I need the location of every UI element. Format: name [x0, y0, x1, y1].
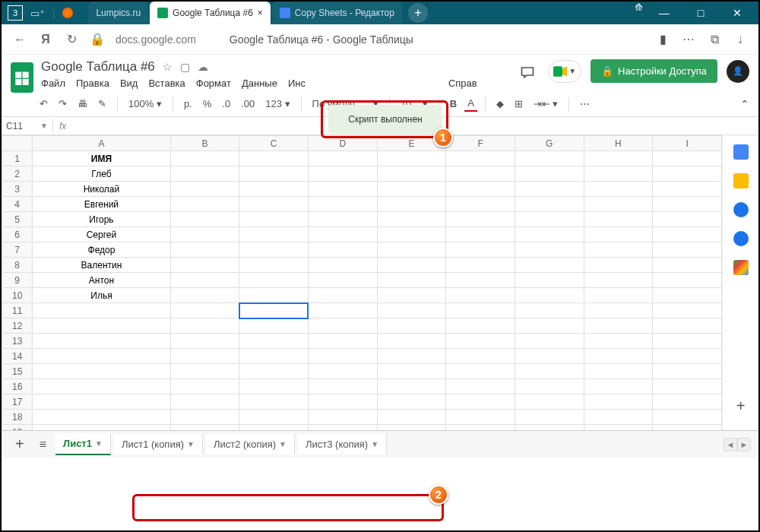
cell[interactable] [653, 273, 722, 288]
cell[interactable] [584, 410, 653, 425]
cell[interactable] [308, 379, 377, 394]
cell[interactable] [653, 318, 722, 334]
pip-icon[interactable]: ⟰ [635, 2, 643, 24]
fill-color-button[interactable]: ◆ [493, 97, 507, 111]
chevron-down-icon[interactable]: ▼ [279, 440, 287, 448]
cell[interactable] [308, 394, 377, 410]
cell[interactable] [515, 410, 584, 425]
cell[interactable] [170, 182, 239, 197]
cell[interactable] [308, 166, 377, 182]
cell[interactable]: Илья [33, 288, 170, 303]
cell[interactable] [377, 151, 446, 166]
cell[interactable] [33, 410, 170, 425]
cell[interactable] [584, 273, 653, 288]
scroll-left-button[interactable]: ◄ [724, 438, 737, 451]
menu-tools[interactable]: Инс [288, 78, 306, 89]
cell[interactable]: ИМЯ [33, 151, 170, 166]
row-header[interactable]: 4 [2, 197, 33, 212]
cell[interactable] [239, 212, 309, 227]
meet-button[interactable]: ▼ [548, 60, 581, 83]
row-header[interactable]: 7 [2, 242, 33, 258]
cell[interactable] [515, 303, 584, 318]
menu-file[interactable]: Файл [41, 78, 65, 89]
tab-lumpics[interactable]: Lumpics.ru [88, 2, 148, 24]
cell[interactable] [33, 379, 170, 394]
cell[interactable] [377, 212, 446, 227]
row-header[interactable]: 2 [2, 166, 33, 182]
dec-decrease-button[interactable]: .0 [219, 97, 233, 111]
cell[interactable] [239, 151, 309, 166]
cell[interactable] [446, 318, 515, 334]
cell[interactable] [308, 242, 377, 258]
cell[interactable] [446, 364, 515, 379]
scroll-right-button[interactable]: ► [737, 438, 751, 451]
cell[interactable] [584, 334, 653, 349]
cell[interactable] [446, 288, 515, 303]
reload-button[interactable]: ↻ [64, 32, 79, 46]
cell[interactable] [446, 425, 515, 431]
cell[interactable] [653, 288, 722, 303]
cell[interactable] [170, 334, 239, 349]
cell[interactable] [584, 288, 653, 303]
cell[interactable] [170, 349, 239, 364]
cell[interactable] [653, 334, 722, 349]
cell[interactable] [377, 379, 446, 394]
cell[interactable] [446, 227, 515, 242]
menu-help[interactable]: Справ [448, 78, 477, 89]
cell[interactable] [239, 273, 309, 288]
cell[interactable] [308, 227, 377, 242]
col-header[interactable]: D [308, 136, 377, 151]
all-sheets-button[interactable]: ≡ [33, 438, 52, 451]
cell[interactable] [584, 197, 653, 212]
cell[interactable] [308, 349, 377, 364]
row-header[interactable]: 6 [2, 227, 33, 242]
cell[interactable] [446, 394, 515, 410]
close-window-button[interactable]: ✕ [722, 2, 752, 24]
cell[interactable] [170, 288, 239, 303]
move-icon[interactable]: ▢ [180, 61, 190, 73]
col-header[interactable]: B [170, 136, 239, 151]
cell[interactable]: Валентин [33, 258, 170, 273]
cell[interactable] [584, 242, 653, 258]
cell[interactable] [239, 394, 309, 410]
chevron-down-icon[interactable]: ▼ [95, 439, 103, 448]
cell[interactable] [653, 364, 722, 379]
cell[interactable] [653, 151, 722, 166]
cell[interactable] [584, 182, 653, 197]
col-header[interactable]: G [515, 136, 584, 151]
cell[interactable] [446, 303, 515, 318]
cell[interactable] [515, 425, 584, 431]
cell[interactable] [446, 273, 515, 288]
col-header[interactable]: F [446, 136, 515, 151]
cell[interactable] [170, 318, 239, 334]
undo-button[interactable]: ↶ [36, 97, 51, 111]
cell[interactable] [584, 379, 653, 394]
cell[interactable] [515, 318, 584, 334]
cell[interactable] [170, 151, 239, 166]
maps-icon[interactable] [733, 260, 749, 275]
chevron-down-icon[interactable]: ▼ [187, 440, 195, 448]
avatar[interactable]: 👤 [727, 60, 749, 83]
cell[interactable] [584, 349, 653, 364]
paint-format-button[interactable]: ✎ [95, 97, 109, 111]
tab-google-sheet[interactable]: Google Таблица #6 × [150, 2, 271, 24]
percent-button[interactable]: % [200, 97, 215, 111]
cell[interactable] [584, 151, 653, 166]
cell[interactable]: Сергей [33, 227, 170, 242]
cell[interactable] [446, 349, 515, 364]
cell[interactable] [377, 166, 446, 182]
cell[interactable] [446, 410, 515, 425]
cell[interactable] [446, 151, 515, 166]
borders-button[interactable]: ⊞ [511, 97, 526, 111]
cell[interactable] [515, 394, 584, 410]
cell[interactable] [446, 212, 515, 227]
cell[interactable] [653, 379, 722, 394]
cell[interactable] [308, 258, 377, 273]
toolbar-more-button[interactable]: ⋯ [577, 97, 593, 111]
cell[interactable] [308, 364, 377, 379]
row-header[interactable]: 3 [2, 182, 33, 197]
cell[interactable] [584, 227, 653, 242]
row-header[interactable]: 19 [2, 425, 33, 431]
cell[interactable] [653, 166, 722, 182]
sheet-tab-active[interactable]: Лист1▼ [55, 433, 111, 455]
